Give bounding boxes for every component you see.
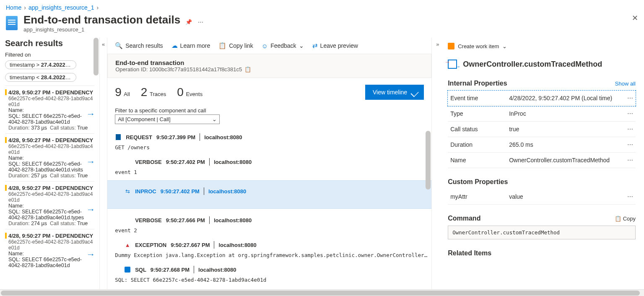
filter-pill[interactable]: timestamp > 27.4.2022, 21:5...	[5, 60, 76, 69]
scrollbar[interactable]	[426, 131, 431, 190]
copy-command[interactable]: 📋Copy	[615, 216, 636, 222]
related-items-title: Related Items	[448, 249, 491, 257]
property-row[interactable]: Call statustrue⋯	[448, 122, 636, 137]
search-result-item[interactable]: 4/28, 9:50:27 PM - DEPENDENCY66e2257c-e5…	[5, 229, 94, 271]
sidebar-heading: Search results	[5, 39, 94, 48]
close-icon[interactable]: ✕	[632, 13, 638, 23]
toolbar-learn[interactable]: ☁Learn more	[171, 42, 210, 49]
component-filter-select[interactable]: All [Component | Call]⌄	[115, 114, 220, 124]
arrow-right-icon: →	[87, 158, 94, 166]
more-icon[interactable]: ⋯	[623, 122, 636, 137]
page-subtitle: app_insights_resource_1	[23, 26, 203, 33]
scrollbar[interactable]	[93, 38, 99, 75]
inproc-icon	[448, 60, 457, 69]
transaction-header: End-to-end transaction Operation ID: 100…	[107, 54, 431, 78]
breadcrumb-resource[interactable]: app_insights_resource_1	[29, 4, 94, 11]
more-icon[interactable]: ⋯	[623, 106, 636, 122]
property-row[interactable]: myAttrvalue⋯	[448, 189, 636, 205]
view-timeline-button[interactable]: View timeline	[365, 85, 424, 100]
arrow-right-icon: →	[87, 110, 94, 119]
create-work-item[interactable]: Create work item ⌄	[448, 40, 636, 56]
chevron-down-icon: ⌄	[299, 42, 304, 49]
chevron-down-icon: ⌄	[502, 43, 507, 49]
arrow-right-icon: →	[87, 250, 94, 259]
show-all-link[interactable]: Show all	[615, 80, 636, 87]
operation-id: 1000bc3fc77a915181442a17f8c381c5	[149, 66, 242, 73]
work-item-icon	[448, 43, 454, 49]
chevron-down-icon: ⌄	[212, 116, 217, 122]
timeline-item[interactable]: REQUEST9:50:27.399 PMlocalhost:8080GET /…	[115, 131, 427, 151]
inproc-icon: ⇆	[124, 188, 131, 195]
count-summary: 9 All 2 Traces 0 Events	[115, 86, 203, 99]
more-icon[interactable]: ⋯	[623, 153, 636, 168]
document-icon	[6, 16, 18, 30]
chevron-right-icon: ›	[24, 4, 26, 11]
pin-icon[interactable]: 📌	[185, 19, 192, 25]
internal-props-title: Internal Properties	[448, 80, 507, 87]
command-title: Command	[448, 215, 480, 222]
request-icon	[116, 134, 121, 140]
page-header: End-to-end transaction details 📌 ⋯ app_i…	[0, 13, 644, 38]
timeline-item[interactable]: ⇆INPROC9:50:27.402 PMlocalhost:8080	[107, 180, 431, 209]
main-content: 🔍Search results ☁Learn more 📋Copy link ☺…	[107, 38, 431, 295]
toolbar-feedback[interactable]: ☺Feedback ⌄	[262, 42, 304, 49]
feedback-icon: ☺	[262, 42, 268, 49]
search-result-item[interactable]: 4/28, 9:50:27 PM - DEPENDENCY66e2257c-e5…	[5, 181, 94, 229]
breadcrumb: Home › app_insights_resource_1 ›	[0, 0, 644, 13]
timeline-list: REQUEST9:50:27.399 PMlocalhost:8080GET /…	[107, 128, 431, 295]
toolbar: 🔍Search results ☁Learn more 📋Copy link ☺…	[107, 38, 431, 54]
arrow-right-icon: →	[87, 205, 94, 214]
horizontal-scrollbar[interactable]	[0, 289, 644, 295]
more-icon[interactable]: ⋯	[623, 91, 636, 106]
search-icon: 🔍	[115, 42, 123, 49]
copy-icon: 📋	[218, 42, 226, 49]
timeline-item[interactable]: VERBOSE9:50:27.402 PMlocalhost:8080event…	[115, 156, 427, 175]
sql-icon	[125, 267, 130, 273]
breadcrumb-home[interactable]: Home	[6, 4, 21, 11]
filter-label: Filter to a specific component and call	[115, 107, 424, 114]
internal-props-table: Event time4/28/2022, 9:50:27.402 PM (Loc…	[448, 91, 636, 168]
sidebar: Search results Filtered on timestamp > 2…	[0, 38, 99, 295]
swap-icon: ⇄	[312, 42, 318, 49]
chevron-right-icon: ›	[96, 4, 99, 11]
copy-icon[interactable]: 📋	[244, 66, 251, 73]
timeline-item[interactable]: ▲EXCEPTION9:50:27.667 PMlocalhost:8080Du…	[115, 239, 427, 258]
toolbar-search[interactable]: 🔍Search results	[115, 42, 163, 49]
command-value: OwnerController.customTracedMethod	[448, 226, 636, 239]
timeline-item[interactable]: SQL9:50:27.668 PMlocalhost:8080SQL: SELE…	[115, 263, 427, 283]
toolbar-copy[interactable]: 📋Copy link	[218, 42, 253, 49]
copy-icon: 📋	[615, 216, 621, 222]
filtered-on-label: Filtered on	[5, 52, 94, 58]
expand-panel-icon[interactable]: »	[436, 41, 439, 47]
timeline-item[interactable]: VERBOSE9:50:27.666 PMlocalhost:8080event…	[115, 214, 427, 234]
custom-props-table: myAttrvalue⋯	[448, 189, 636, 205]
toolbar-leave[interactable]: ⇄Leave preview	[312, 42, 358, 49]
page-title: End-to-end transaction details	[23, 13, 180, 26]
more-icon[interactable]: ⋯	[623, 189, 636, 205]
filter-pill[interactable]: timestamp < 28.4.2022, 21:5...	[5, 73, 76, 82]
more-icon[interactable]: ⋯	[198, 19, 203, 25]
cloud-icon: ☁	[171, 42, 178, 49]
custom-props-title: Custom Properties	[448, 178, 508, 186]
exception-icon: ▲	[124, 241, 131, 248]
tx-title: End-to-end transaction	[115, 59, 423, 66]
method-title: OwnerController.customTracedMethod	[463, 60, 602, 69]
collapse-sidebar-icon[interactable]: «	[99, 38, 107, 295]
more-icon[interactable]: ⋯	[623, 137, 636, 153]
property-row[interactable]: TypeInProc⋯	[448, 106, 636, 122]
details-panel: » Create work item ⌄ OwnerController.cus…	[431, 38, 644, 295]
property-row[interactable]: Event time4/28/2022, 9:50:27.402 PM (Loc…	[448, 91, 636, 106]
search-result-item[interactable]: 4/28, 9:50:27 PM - DEPENDENCY66e2257c-e5…	[5, 133, 94, 181]
search-result-item[interactable]: 4/28, 9:50:27 PM - DEPENDENCY66e2257c-e5…	[5, 86, 94, 133]
property-row[interactable]: Duration265.0 ms⋯	[448, 137, 636, 153]
property-row[interactable]: NameOwnerController.customTracedMethod⋯	[448, 153, 636, 168]
